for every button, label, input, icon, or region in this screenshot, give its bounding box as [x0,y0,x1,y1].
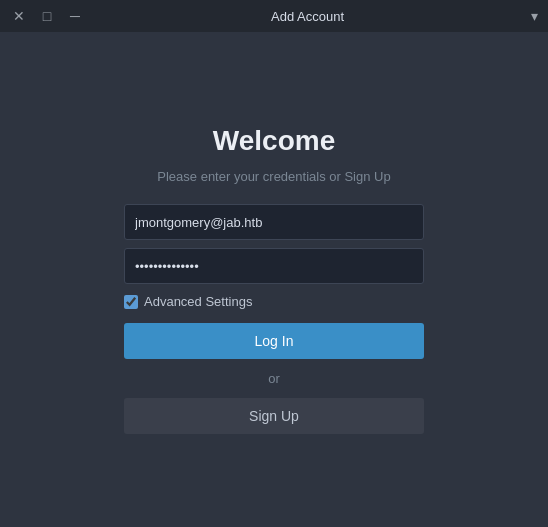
minimize-button[interactable]: ─ [66,7,84,25]
advanced-settings-row: Advanced Settings [124,294,424,309]
welcome-title: Welcome [213,125,335,157]
or-divider: or [124,371,424,386]
subtitle: Please enter your credentials or Sign Up [157,169,390,184]
titlebar: ✕ □ ─ Add Account ▾ [0,0,548,32]
login-button[interactable]: Log In [124,323,424,359]
email-field[interactable] [124,204,424,240]
signup-button[interactable]: Sign Up [124,398,424,434]
maximize-button[interactable]: □ [38,7,56,25]
advanced-settings-checkbox[interactable] [124,295,138,309]
main-content: Welcome Please enter your credentials or… [0,32,548,527]
advanced-settings-label[interactable]: Advanced Settings [144,294,252,309]
close-button[interactable]: ✕ [10,7,28,25]
login-form: Advanced Settings Log In or Sign Up [124,204,424,434]
titlebar-controls-left: ✕ □ ─ [10,7,84,25]
window-title: Add Account [84,9,531,24]
titlebar-right: ▾ [531,8,538,24]
password-field[interactable] [124,248,424,284]
dropdown-icon[interactable]: ▾ [531,8,538,24]
